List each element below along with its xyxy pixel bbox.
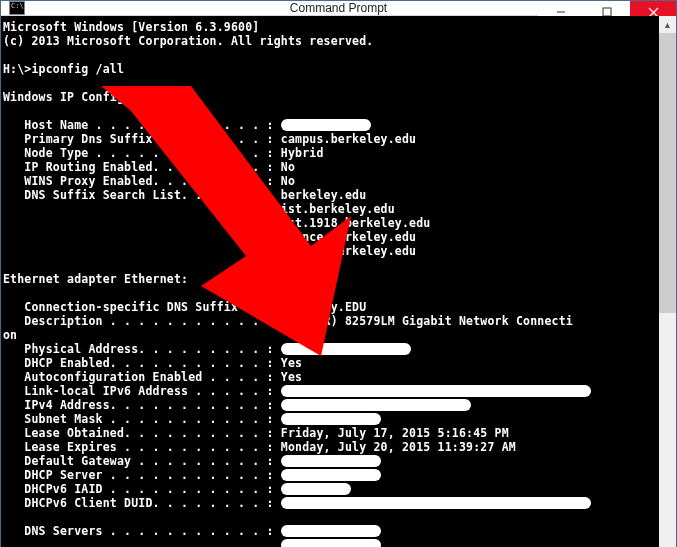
field-label: IP Routing Enabled. . . . . . . . : <box>3 160 281 174</box>
redacted-value <box>281 469 381 481</box>
field-label: Node Type . . . . . . . . . . . . : <box>3 146 281 160</box>
line: (c) 2013 Microsoft Corporation. All righ… <box>3 34 373 48</box>
field-label: Connection-specific DNS Suffix . : <box>3 300 281 314</box>
field-value: Berkeley.EDU <box>281 300 366 314</box>
field-value: ist.berkeley.edu <box>3 202 395 216</box>
redacted-value <box>281 539 381 547</box>
field-value: Yes <box>281 370 302 384</box>
field-value: Monday, July 20, 2015 11:39:27 AM <box>281 440 516 454</box>
field-label: DNS Servers . . . . . . . . . . . : <box>3 524 281 538</box>
window-title: Command Prompt <box>290 1 387 15</box>
svg-rect-1 <box>603 8 611 16</box>
terminal-area: Microsoft Windows [Version 6.3.9600] (c)… <box>1 16 676 547</box>
field-label: Autoconfiguration Enabled . . . . : <box>3 370 281 384</box>
redacted-value <box>281 455 381 467</box>
field-value: Yes <box>281 356 302 370</box>
field-label: DHCP Enabled. . . . . . . . . . . : <box>3 356 281 370</box>
redacted-value <box>281 497 591 509</box>
field-label: Description . . . . . . . . . . . : <box>3 314 281 328</box>
field-label: Primary Dns Suffix . . . . . . . : <box>3 132 281 146</box>
section-header: Ethernet adapter Ethernet: <box>3 272 188 286</box>
section-header: Windows IP Configuration <box>3 90 174 104</box>
cmd-icon <box>9 1 25 15</box>
terminal-output[interactable]: Microsoft Windows [Version 6.3.9600] (c)… <box>1 16 659 547</box>
redacted-value <box>281 385 591 397</box>
command-prompt-window: Command Prompt Microsoft Windows [Versio… <box>0 0 677 547</box>
field-label: IPv4 Address. . . . . . . . . . . : <box>3 398 281 412</box>
field-label: DNS Suffix Search List. . . . . . : <box>3 188 281 202</box>
field-label: DHCPv6 IAID . . . . . . . . . . . : <box>3 482 281 496</box>
field-value: berkeley.edu <box>281 188 366 202</box>
redacted-value <box>281 413 381 425</box>
field-value: ist.1918.berkeley.edu <box>3 216 430 230</box>
field-label: Physical Address. . . . . . . . . : <box>3 342 281 356</box>
field-label: WINS Proxy Enabled. . . . . . . . : <box>3 174 281 188</box>
field-value: campus.berkeley.edu <box>3 244 416 258</box>
field-value: chance.berkeley.edu <box>3 230 416 244</box>
field-label: DHCP Server . . . . . . . . . . . : <box>3 468 281 482</box>
scroll-thumb[interactable] <box>659 33 676 313</box>
field-value: No <box>281 174 295 188</box>
field-value: No <box>281 160 295 174</box>
field-label: Lease Expires . . . . . . . . . . : <box>3 440 281 454</box>
field-value: campus.berkeley.edu <box>281 132 416 146</box>
field-label: Default Gateway . . . . . . . . . : <box>3 454 281 468</box>
prompt-line: H:\>ipconfig /all <box>3 62 124 76</box>
field-label: DHCPv6 Client DUID. . . . . . . . : <box>3 496 281 510</box>
field-value: Hybrid <box>281 146 324 160</box>
titlebar[interactable]: Command Prompt <box>1 1 676 16</box>
field-value: Intel(R) 82579LM Gigabit Network Connect… <box>281 314 573 328</box>
line: Microsoft Windows [Version 6.3.9600] <box>3 20 259 34</box>
scroll-up-arrow-icon[interactable]: ▲ <box>659 16 676 33</box>
field-label: Subnet Mask . . . . . . . . . . . : <box>3 412 281 426</box>
redacted-value <box>281 119 371 131</box>
vertical-scrollbar[interactable]: ▲ ▼ <box>659 16 676 547</box>
field-label: Host Name . . . . . . . . . . . . : <box>3 118 281 132</box>
field-value: on <box>3 328 17 342</box>
redacted-value <box>281 525 381 537</box>
redacted-value <box>281 343 411 355</box>
field-value: Friday, July 17, 2015 5:16:45 PM <box>281 426 509 440</box>
field-label: Link-local IPv6 Address . . . . . : <box>3 384 281 398</box>
field-label: Lease Obtained. . . . . . . . . . : <box>3 426 281 440</box>
redacted-value <box>281 483 351 495</box>
redacted-value <box>281 399 471 411</box>
